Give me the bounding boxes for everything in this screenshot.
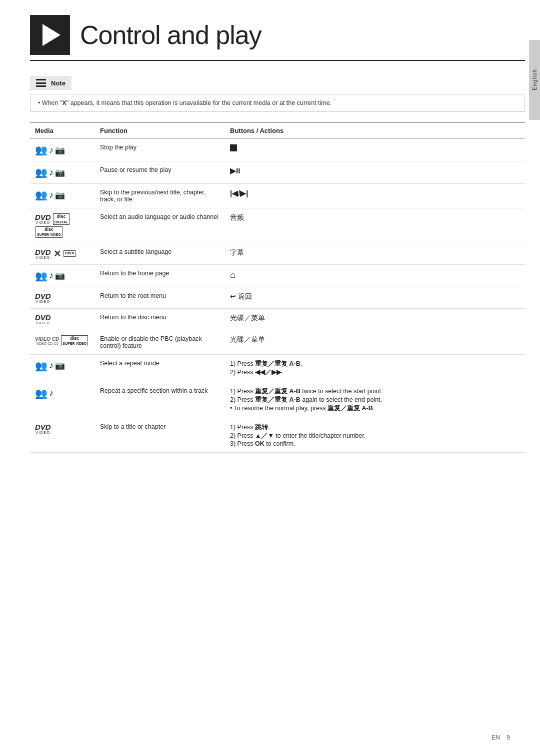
x-mark-icon: ✕ xyxy=(54,248,61,259)
media-icons-4: DVD VIDEO disc DIGITAL disc SUPER VIDEO xyxy=(35,213,90,238)
disc-menu-text: 光碟／菜单 xyxy=(230,314,265,322)
media-icons-1: 👥 ♪ 📷 xyxy=(35,144,90,156)
row-actions-11: 1) Press 重复／重复 A-B twice to select the s… xyxy=(225,382,525,418)
table-row: 👥 ♪ 📷 Select a repeat mode 1) Press 重复／重… xyxy=(30,354,525,382)
media-icons-10: 👥 ♪ 📷 xyxy=(35,360,90,372)
people-icon: 👥 xyxy=(35,387,48,399)
page-number: 9 xyxy=(506,734,510,741)
play-icon-box xyxy=(30,15,70,55)
people-icon: 👥 xyxy=(35,189,48,201)
music-icon: ♪ xyxy=(49,167,54,178)
note-section: Note • When "X" appears, it means that t… xyxy=(30,76,525,112)
table-row: 👥 ♪ 📷 Skip to the previous/next title, c… xyxy=(30,184,525,208)
row-actions-6: ⌂ xyxy=(225,264,525,287)
row-media-11: 👥 ♪ xyxy=(30,382,95,418)
note-label: Note xyxy=(51,79,66,87)
row-function-10: Select a repeat mode xyxy=(95,354,225,382)
table-row: 👥 ♪ 📷 Return to the home page ⌂ xyxy=(30,264,525,287)
skip-title-2: 2) Press ▲／▼ to enter the title/chapter … xyxy=(230,432,520,440)
skip-title-actions: 1) Press 跳转. 2) Press ▲／▼ to enter the t… xyxy=(230,423,520,447)
row-actions-9: 光碟／菜单 xyxy=(225,330,525,354)
dvd-logo-2: DVD VIDEO xyxy=(35,248,51,259)
row-media-10: 👥 ♪ 📷 xyxy=(30,354,95,382)
note-text: • When "X" appears, it means that this o… xyxy=(38,99,332,106)
disc-super-video: disc SUPER VIDEO xyxy=(61,335,88,347)
row-function-12: Skip to a title or chapter xyxy=(95,418,225,452)
people-icon: 👥 xyxy=(35,360,48,372)
play-pause-icon: ▶II xyxy=(230,166,240,175)
side-tab-label: English xyxy=(532,69,538,90)
side-tab: English xyxy=(529,40,540,120)
media-icons-6: 👥 ♪ 📷 xyxy=(35,270,90,282)
row-function-1: Stop the play xyxy=(95,139,225,161)
row-media-3: 👥 ♪ 📷 xyxy=(30,184,95,208)
row-actions-2: ▶II xyxy=(225,161,525,184)
row-function-3: Skip to the previous/next title, chapter… xyxy=(95,184,225,208)
camera-icon: 📷 xyxy=(55,361,65,370)
row-media-9: VIDEO CD VIDEO CD 2.0 disc SUPER VIDEO xyxy=(30,330,95,354)
media-icons-9: VIDEO CD VIDEO CD 2.0 disc SUPER VIDEO xyxy=(35,335,90,347)
row-actions-8: 光碟／菜单 xyxy=(225,308,525,330)
repeat-mode-actions: 1) Press 重复／重复 A-B. 2) Press ◀◀／▶▶. xyxy=(230,360,520,377)
home-icon: ⌂ xyxy=(230,270,236,280)
camera-icon: 📷 xyxy=(55,145,65,155)
note-icon xyxy=(36,79,46,87)
camera-icon: 📷 xyxy=(55,190,65,200)
page-header: Control and play xyxy=(0,0,525,55)
note-header: Note xyxy=(30,76,72,90)
row-function-11: Repeat a specific section within a track xyxy=(95,382,225,418)
row-actions-1 xyxy=(225,139,525,161)
music-icon: ♪ xyxy=(49,360,54,371)
repeat-action-2: 2) Press ◀◀／▶▶. xyxy=(230,368,520,377)
table-row: DVD VIDEO ✕ DIVX Select a subtitle langu… xyxy=(30,243,525,264)
play-triangle-icon xyxy=(42,24,60,46)
page-title: Control and play xyxy=(80,20,262,50)
row-function-5: Select a subtitle language xyxy=(95,243,225,264)
repeat-section-2: 2) Press 重复／重复 A-B again to select the e… xyxy=(230,396,520,404)
row-media-2: 👥 ♪ 📷 xyxy=(30,161,95,184)
table-row: VIDEO CD VIDEO CD 2.0 disc SUPER VIDEO E… xyxy=(30,330,525,354)
skip-title-3: 3) Press OK to confirm. xyxy=(230,440,520,447)
table-row: 👥 ♪ Repeat a specific section within a t… xyxy=(30,382,525,418)
root-menu-text: ↩ 返回 xyxy=(230,292,252,300)
music-icon: ♪ xyxy=(49,388,54,398)
row-actions-5: 字幕 xyxy=(225,243,525,264)
media-icons-5: DVD VIDEO ✕ DIVX xyxy=(35,248,90,259)
vcd-logo: VIDEO CD VIDEO CD 2.0 xyxy=(35,336,59,345)
repeat-section-actions: 1) Press 重复／重复 A-B twice to select the s… xyxy=(230,387,520,413)
repeat-action-1: 1) Press 重复／重复 A-B. xyxy=(230,360,520,368)
row-media-12: DVD VIDEO xyxy=(30,418,95,452)
repeat-section-3: • To resume the normal play, press 重复／重复… xyxy=(230,404,520,413)
table-row: DVD VIDEO disc DIGITAL disc SUPER VIDEO … xyxy=(30,208,525,243)
row-media-8: DVD VIDEO xyxy=(30,308,95,330)
row-media-1: 👥 ♪ 📷 xyxy=(30,139,95,161)
audio-text: 音频 xyxy=(230,213,244,221)
camera-icon: 📷 xyxy=(55,271,65,280)
row-actions-4: 音频 xyxy=(225,208,525,243)
row-media-7: DVD VIDEO xyxy=(30,287,95,308)
skip-title-1: 1) Press 跳转. xyxy=(230,423,520,432)
people-icon: 👥 xyxy=(35,270,48,282)
table-row: DVD VIDEO Return to the root menu ↩ 返回 xyxy=(30,287,525,308)
row-media-6: 👥 ♪ 📷 xyxy=(30,264,95,287)
row-media-4: DVD VIDEO disc DIGITAL disc SUPER VIDEO xyxy=(30,208,95,243)
row-function-8: Return to the disc menu xyxy=(95,308,225,330)
table-row: 👥 ♪ 📷 Pause or resume the play ▶II xyxy=(30,161,525,184)
stop-square-icon xyxy=(230,144,237,151)
repeat-section-1: 1) Press 重复／重复 A-B twice to select the s… xyxy=(230,387,520,396)
page-lang: EN xyxy=(492,734,500,741)
people-icon: 👥 xyxy=(35,166,48,178)
dvd-logo-3: DVD VIDEO xyxy=(35,292,51,303)
divx-logo: DIVX xyxy=(64,250,76,256)
row-function-7: Return to the root menu xyxy=(95,287,225,308)
row-actions-7: ↩ 返回 xyxy=(225,287,525,308)
row-media-5: DVD VIDEO ✕ DIVX xyxy=(30,243,95,264)
music-icon: ♪ xyxy=(49,145,54,155)
camera-icon: 📷 xyxy=(55,168,65,177)
disc-digital-logo: disc DIGITAL xyxy=(53,213,70,225)
media-icons-11: 👥 ♪ xyxy=(35,387,90,399)
dvd-logo-4: DVD VIDEO xyxy=(35,314,51,325)
dvd-logo: DVD VIDEO xyxy=(35,213,51,224)
note-box: • When "X" appears, it means that this o… xyxy=(30,94,525,112)
row-function-2: Pause or resume the play xyxy=(95,161,225,184)
